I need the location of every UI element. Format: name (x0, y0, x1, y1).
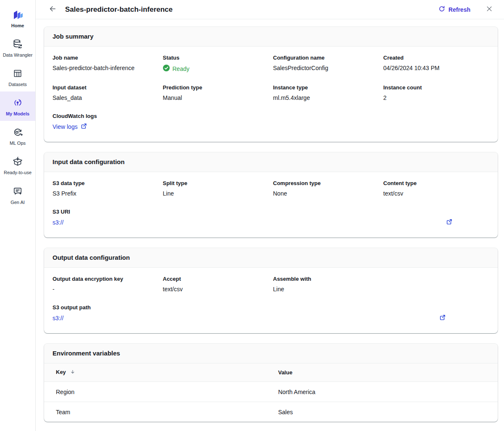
field-job-name: Job name Sales-predictor-batch-inference (52, 55, 159, 73)
field-label: S3 URI (52, 209, 489, 215)
column-header-key[interactable]: Key (44, 363, 266, 382)
column-label: Value (278, 369, 292, 376)
field-prediction-type: Prediction type Manual (163, 84, 269, 101)
field-label: Created (383, 55, 490, 61)
topbar: Sales-predictor-batch-inference Refresh (36, 0, 504, 19)
sidebar-item-label: My Models (6, 111, 29, 116)
sidebar-item-data-wrangler[interactable]: Data Wrangler (0, 33, 35, 62)
field-label: Configuration name (273, 55, 379, 61)
field-value: None (273, 190, 379, 197)
sort-desc-icon (70, 370, 76, 376)
env-vars-table: Key Value (44, 363, 498, 422)
sidebar-item-datasets[interactable]: Datasets (0, 62, 35, 91)
topbar-actions: Refresh (438, 4, 494, 15)
external-link-icon (81, 123, 87, 131)
card-body: Output data encryption key - Accept text… (44, 268, 498, 333)
sidebar-item-label: Gen AI (10, 200, 25, 205)
field-instance-type: Instance type ml.m5.4xlarge (273, 84, 379, 101)
field-output-encryption-key: Output data encryption key - (52, 276, 159, 293)
field-empty (383, 276, 490, 293)
field-label: Instance type (273, 84, 379, 91)
env-key-cell: Region (44, 382, 266, 402)
output-config-card: Output data configuration Output data en… (44, 248, 498, 333)
field-label: CloudWatch logs (52, 113, 159, 119)
sidebar-item-label: ML Ops (10, 141, 26, 146)
field-value: Line (273, 286, 379, 293)
main-panel: Sales-predictor-batch-inference Refresh (36, 0, 504, 431)
field-label: Accept (163, 276, 269, 282)
s3-uri-link[interactable]: s3:// (52, 219, 63, 226)
field-compression-type: Compression type None (273, 180, 379, 197)
field-value: text/csv (163, 286, 269, 293)
column-header-value[interactable]: Value (266, 363, 498, 382)
table-row: Region North America (44, 382, 498, 402)
sidebar-item-my-models[interactable]: My Models (0, 91, 35, 121)
field-content-type: Content type text/csv (383, 180, 490, 197)
field-s3-uri: S3 URI s3:// (52, 209, 489, 226)
sidebar-item-ml-ops[interactable]: ML Ops (0, 121, 35, 150)
sidebar-item-label: Ready-to-use (4, 170, 32, 175)
field-value: ml.m5.4xlarge (273, 94, 379, 101)
field-assemble-with: Assemble with Line (273, 276, 379, 293)
field-value: Manual (163, 94, 269, 101)
card-title: Environment variables (52, 350, 120, 357)
card-header: Job summary (44, 27, 498, 47)
field-value: 2 (383, 94, 490, 101)
column-label: Key (56, 369, 66, 375)
field-value: 04/26/2024 10:43 PM (383, 65, 490, 71)
sidebar: Home Data Wrangler (0, 0, 36, 431)
card-body: S3 data type S3 Prefix Split type Line C… (44, 172, 498, 238)
field-label: Instance count (383, 84, 490, 91)
field-value: S3 Prefix (52, 190, 159, 197)
sidebar-item-label: Home (11, 23, 24, 28)
gen-ai-icon (12, 185, 23, 198)
field-s3-data-type: S3 data type S3 Prefix (52, 180, 159, 197)
card-header: Output data configuration (44, 248, 498, 268)
env-value-cell: Sales (266, 402, 498, 422)
sidebar-item-home[interactable]: Home (0, 3, 35, 33)
canvas-logo-icon (12, 8, 24, 21)
status-text: Ready (173, 65, 189, 72)
external-link-icon (446, 219, 452, 226)
field-input-dataset: Input dataset Sales_data (52, 84, 159, 101)
app-window: Home Data Wrangler (0, 0, 504, 431)
sidebar-item-label: Data Wrangler (3, 52, 33, 57)
job-summary-card: Job summary Job name Sales-predictor-bat… (44, 26, 498, 142)
field-label: Assemble with (273, 276, 379, 282)
field-label: Output data encryption key (52, 276, 159, 282)
field-configuration-name: Configuration name SalesPredictorConfig (273, 55, 379, 73)
card-title: Job summary (52, 33, 94, 40)
field-instance-count: Instance count 2 (383, 84, 490, 101)
refresh-button[interactable]: Refresh (438, 5, 470, 13)
s3-output-path-link[interactable]: s3:// (52, 315, 63, 321)
field-value: Sales-predictor-batch-inference (52, 65, 159, 71)
field-label: Prediction type (163, 84, 269, 91)
sidebar-item-gen-ai[interactable]: Gen AI (0, 180, 35, 209)
sidebar-item-ready-to-use[interactable]: Ready-to-use (0, 150, 35, 180)
input-config-card: Input data configuration S3 data type S3… (44, 152, 498, 238)
field-status: Status Ready (163, 55, 269, 73)
content-area: Job summary Job name Sales-predictor-bat… (36, 19, 504, 431)
open-s3-uri-button[interactable] (446, 219, 452, 226)
card-body: Job name Sales-predictor-batch-inference… (44, 47, 498, 142)
refresh-label: Refresh (449, 6, 470, 13)
field-label: Status (163, 55, 269, 61)
close-button[interactable] (485, 4, 494, 15)
env-key-cell: Team (44, 402, 266, 422)
close-icon (486, 5, 493, 14)
ready-to-use-icon (12, 155, 23, 168)
back-button[interactable] (47, 3, 58, 16)
table-row: Team Sales (44, 402, 498, 422)
status-badge: Ready (163, 65, 269, 73)
card-title: Output data configuration (52, 254, 130, 261)
page-title: Sales-predictor-batch-inference (65, 5, 173, 14)
open-s3-output-button[interactable] (439, 314, 446, 322)
env-value-cell: North America (266, 382, 498, 402)
view-logs-link[interactable]: View logs (52, 123, 87, 131)
data-wrangler-icon (12, 38, 23, 50)
status-ready-check-icon (163, 65, 170, 73)
field-split-type: Split type Line (163, 180, 269, 197)
field-value: - (52, 286, 159, 293)
field-label: S3 output path (52, 304, 489, 311)
field-accept: Accept text/csv (163, 276, 269, 293)
